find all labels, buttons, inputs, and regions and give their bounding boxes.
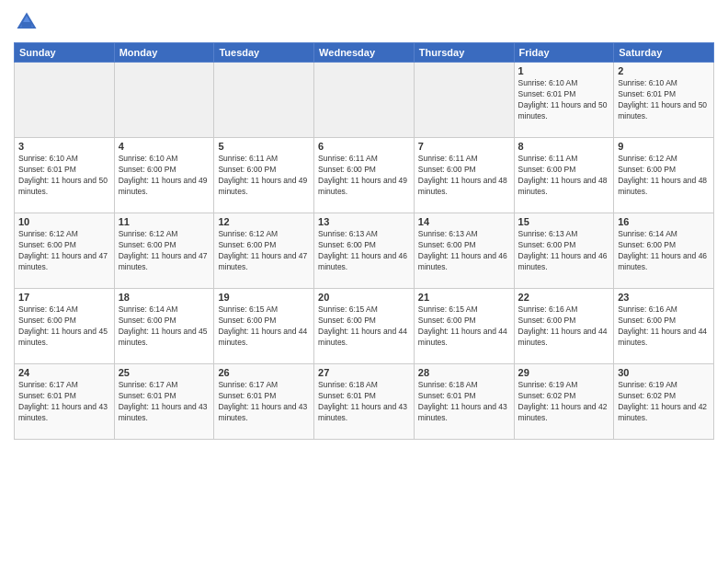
- calendar-cell: [15, 63, 115, 138]
- calendar-week-2: 3Sunrise: 6:10 AM Sunset: 6:01 PM Daylig…: [15, 138, 714, 213]
- day-number: 19: [218, 292, 310, 303]
- calendar-cell: 21Sunrise: 6:15 AM Sunset: 6:00 PM Dayli…: [414, 289, 514, 364]
- day-number: 10: [18, 216, 110, 227]
- day-number: 26: [218, 367, 310, 378]
- day-number: 17: [18, 292, 110, 303]
- day-number: 30: [618, 367, 710, 378]
- day-number: 28: [418, 367, 510, 378]
- day-info: Sunrise: 6:14 AM Sunset: 6:00 PM Dayligh…: [18, 304, 110, 349]
- calendar-cell: 16Sunrise: 6:14 AM Sunset: 6:00 PM Dayli…: [614, 213, 714, 289]
- calendar-cell: 26Sunrise: 6:17 AM Sunset: 6:01 PM Dayli…: [214, 364, 314, 440]
- page: SundayMondayTuesdayWednesdayThursdayFrid…: [0, 0, 728, 563]
- day-number: 5: [218, 141, 310, 152]
- day-info: Sunrise: 6:15 AM Sunset: 6:00 PM Dayligh…: [318, 304, 410, 349]
- day-number: 1: [518, 65, 610, 76]
- calendar-cell: 29Sunrise: 6:19 AM Sunset: 6:02 PM Dayli…: [514, 364, 614, 440]
- day-number: 24: [18, 367, 110, 378]
- calendar-cell: 9Sunrise: 6:12 AM Sunset: 6:00 PM Daylig…: [614, 138, 714, 213]
- day-number: 9: [618, 141, 710, 152]
- calendar-week-4: 17Sunrise: 6:14 AM Sunset: 6:00 PM Dayli…: [15, 289, 714, 364]
- day-number: 2: [618, 65, 710, 76]
- calendar-cell: 22Sunrise: 6:16 AM Sunset: 6:00 PM Dayli…: [514, 289, 614, 364]
- calendar-cell: 18Sunrise: 6:14 AM Sunset: 6:00 PM Dayli…: [114, 289, 214, 364]
- day-info: Sunrise: 6:10 AM Sunset: 6:01 PM Dayligh…: [18, 154, 110, 198]
- calendar-header-saturday: Saturday: [614, 43, 714, 63]
- day-info: Sunrise: 6:18 AM Sunset: 6:01 PM Dayligh…: [318, 380, 410, 424]
- calendar-header-wednesday: Wednesday: [314, 43, 415, 63]
- calendar-header-sunday: Sunday: [15, 43, 115, 63]
- calendar-cell: 17Sunrise: 6:14 AM Sunset: 6:00 PM Dayli…: [15, 289, 115, 364]
- calendar-cell: 24Sunrise: 6:17 AM Sunset: 6:01 PM Dayli…: [15, 364, 115, 440]
- day-info: Sunrise: 6:13 AM Sunset: 6:00 PM Dayligh…: [318, 229, 410, 273]
- day-number: 14: [418, 216, 510, 227]
- calendar-cell: 14Sunrise: 6:13 AM Sunset: 6:00 PM Dayli…: [414, 213, 514, 289]
- day-number: 11: [119, 216, 210, 227]
- day-number: 7: [418, 141, 510, 152]
- calendar-header-thursday: Thursday: [414, 43, 514, 63]
- day-number: 18: [119, 292, 210, 303]
- day-info: Sunrise: 6:10 AM Sunset: 6:00 PM Dayligh…: [119, 154, 210, 198]
- day-info: Sunrise: 6:17 AM Sunset: 6:01 PM Dayligh…: [18, 380, 110, 424]
- day-number: 12: [218, 216, 310, 227]
- calendar-header-row: SundayMondayTuesdayWednesdayThursdayFrid…: [15, 43, 714, 63]
- day-number: 8: [518, 141, 610, 152]
- calendar-cell: 20Sunrise: 6:15 AM Sunset: 6:00 PM Dayli…: [314, 289, 415, 364]
- calendar-cell: 13Sunrise: 6:13 AM Sunset: 6:00 PM Dayli…: [314, 213, 415, 289]
- calendar-cell: 6Sunrise: 6:11 AM Sunset: 6:00 PM Daylig…: [314, 138, 415, 213]
- calendar-cell: 5Sunrise: 6:11 AM Sunset: 6:00 PM Daylig…: [214, 138, 314, 213]
- logo-icon: [14, 9, 40, 35]
- day-number: 20: [318, 292, 410, 303]
- day-info: Sunrise: 6:10 AM Sunset: 6:01 PM Dayligh…: [518, 78, 610, 122]
- day-info: Sunrise: 6:11 AM Sunset: 6:00 PM Dayligh…: [218, 154, 310, 198]
- day-info: Sunrise: 6:12 AM Sunset: 6:00 PM Dayligh…: [218, 229, 310, 273]
- calendar-cell: 30Sunrise: 6:19 AM Sunset: 6:02 PM Dayli…: [614, 364, 714, 440]
- day-number: 4: [119, 141, 210, 152]
- day-number: 22: [518, 292, 610, 303]
- day-info: Sunrise: 6:12 AM Sunset: 6:00 PM Dayligh…: [618, 154, 710, 198]
- calendar-cell: [414, 63, 514, 138]
- day-info: Sunrise: 6:17 AM Sunset: 6:01 PM Dayligh…: [119, 380, 210, 424]
- calendar-cell: 19Sunrise: 6:15 AM Sunset: 6:00 PM Dayli…: [214, 289, 314, 364]
- day-info: Sunrise: 6:14 AM Sunset: 6:00 PM Dayligh…: [618, 229, 710, 273]
- day-info: Sunrise: 6:15 AM Sunset: 6:00 PM Dayligh…: [418, 304, 510, 349]
- day-info: Sunrise: 6:13 AM Sunset: 6:00 PM Dayligh…: [418, 229, 510, 273]
- day-info: Sunrise: 6:15 AM Sunset: 6:00 PM Dayligh…: [218, 304, 310, 349]
- calendar-week-1: 1Sunrise: 6:10 AM Sunset: 6:01 PM Daylig…: [15, 63, 714, 138]
- calendar-week-5: 24Sunrise: 6:17 AM Sunset: 6:01 PM Dayli…: [15, 364, 714, 440]
- calendar-cell: 8Sunrise: 6:11 AM Sunset: 6:00 PM Daylig…: [514, 138, 614, 213]
- day-info: Sunrise: 6:17 AM Sunset: 6:01 PM Dayligh…: [218, 380, 310, 424]
- logo: [14, 9, 41, 35]
- day-info: Sunrise: 6:11 AM Sunset: 6:00 PM Dayligh…: [518, 154, 610, 198]
- day-info: Sunrise: 6:13 AM Sunset: 6:00 PM Dayligh…: [518, 229, 610, 273]
- calendar-header-tuesday: Tuesday: [214, 43, 314, 63]
- calendar-cell: 25Sunrise: 6:17 AM Sunset: 6:01 PM Dayli…: [114, 364, 214, 440]
- day-info: Sunrise: 6:14 AM Sunset: 6:00 PM Dayligh…: [119, 304, 210, 349]
- day-number: 21: [418, 292, 510, 303]
- calendar-cell: 23Sunrise: 6:16 AM Sunset: 6:00 PM Dayli…: [614, 289, 714, 364]
- day-number: 27: [318, 367, 410, 378]
- day-info: Sunrise: 6:11 AM Sunset: 6:00 PM Dayligh…: [318, 154, 410, 198]
- day-info: Sunrise: 6:19 AM Sunset: 6:02 PM Dayligh…: [518, 380, 610, 424]
- day-number: 6: [318, 141, 410, 152]
- calendar-cell: [314, 63, 415, 138]
- calendar-cell: 4Sunrise: 6:10 AM Sunset: 6:00 PM Daylig…: [114, 138, 214, 213]
- calendar-cell: 28Sunrise: 6:18 AM Sunset: 6:01 PM Dayli…: [414, 364, 514, 440]
- calendar-table: SundayMondayTuesdayWednesdayThursdayFrid…: [14, 42, 714, 440]
- day-info: Sunrise: 6:18 AM Sunset: 6:01 PM Dayligh…: [418, 380, 510, 424]
- calendar-cell: [214, 63, 314, 138]
- day-info: Sunrise: 6:19 AM Sunset: 6:02 PM Dayligh…: [618, 380, 710, 424]
- calendar-cell: [114, 63, 214, 138]
- day-info: Sunrise: 6:16 AM Sunset: 6:00 PM Dayligh…: [618, 304, 710, 349]
- day-info: Sunrise: 6:16 AM Sunset: 6:00 PM Dayligh…: [518, 304, 610, 349]
- day-number: 23: [618, 292, 710, 303]
- day-number: 13: [318, 216, 410, 227]
- day-number: 25: [119, 367, 210, 378]
- day-info: Sunrise: 6:12 AM Sunset: 6:00 PM Dayligh…: [18, 229, 110, 273]
- day-number: 3: [18, 141, 110, 152]
- day-info: Sunrise: 6:12 AM Sunset: 6:00 PM Dayligh…: [119, 229, 210, 273]
- day-number: 15: [518, 216, 610, 227]
- calendar-cell: 27Sunrise: 6:18 AM Sunset: 6:01 PM Dayli…: [314, 364, 415, 440]
- calendar-cell: 12Sunrise: 6:12 AM Sunset: 6:00 PM Dayli…: [214, 213, 314, 289]
- svg-rect-2: [21, 22, 31, 28]
- day-number: 16: [618, 216, 710, 227]
